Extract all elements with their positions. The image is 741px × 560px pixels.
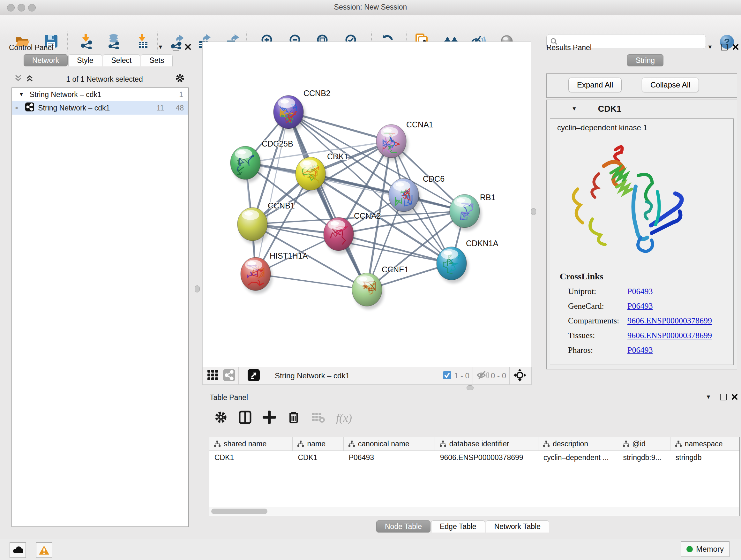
- network-tree: ▼ String Network – cdk1 1 ● String Netwo…: [11, 87, 189, 527]
- network-node-CCNE1[interactable]: CCNE1: [352, 265, 409, 309]
- column-header-@id[interactable]: @id: [618, 437, 670, 450]
- table-cell: CDK1: [209, 451, 293, 464]
- network-node-CDK1[interactable]: CDK1: [295, 152, 348, 193]
- network-row-selected[interactable]: ● String Network – cdk1 11 48: [12, 101, 188, 115]
- tab-select[interactable]: Select: [103, 54, 140, 66]
- crosslink-label: Uniprot:: [568, 287, 627, 296]
- crosslink-label: Pharos:: [568, 346, 627, 355]
- entry-header[interactable]: ▼ CDK1: [547, 100, 737, 118]
- table-panel: Table Panel ▼ f(x) shared namenamecanoni…: [206, 391, 741, 537]
- table-settings-gear-icon[interactable]: [214, 411, 227, 425]
- network-node-CCNB2[interactable]: CCNB2: [273, 89, 331, 132]
- node-label: CDC6: [423, 174, 445, 183]
- panel-menu-chevron-icon[interactable]: ▼: [706, 43, 714, 51]
- entry-body: cyclin–dependent kinase 1: [550, 118, 734, 365]
- close-panel-icon[interactable]: [731, 393, 739, 401]
- panel-menu-chevron-icon[interactable]: ▼: [704, 393, 713, 401]
- string-network-badge-icon[interactable]: [223, 369, 235, 382]
- float-panel-icon[interactable]: [719, 393, 727, 401]
- crosslink-row: Compartments:9606.ENSP00000378699: [568, 314, 728, 328]
- select-columns-icon[interactable]: [239, 411, 252, 425]
- table-cell: stringdb: [670, 451, 739, 464]
- tab-style[interactable]: Style: [68, 54, 102, 66]
- table-row[interactable]: CDK1CDK1P064939606.ENSP00000378699cyclin…: [209, 451, 739, 464]
- node-label: CCNE1: [382, 265, 409, 274]
- result-entry-box: ▼ CDK1 cyclin–dependent kinase 1: [546, 100, 737, 369]
- table-toolbar: f(x): [214, 411, 352, 425]
- table-cell: cyclin–dependent ...: [538, 451, 618, 464]
- bottom-splitter-handle[interactable]: [467, 385, 474, 390]
- table-header-row: shared namenamecanonical namedatabase id…: [209, 437, 739, 451]
- control-panel: Control Panel ▼ NetworkStyleSelectSets 1…: [3, 42, 191, 526]
- selected-checkbox-icon[interactable]: [443, 371, 452, 381]
- crosslink-label: Compartments:: [568, 316, 627, 326]
- crosslink-link[interactable]: P06493: [627, 287, 653, 296]
- horizontal-scrollbar[interactable]: [209, 507, 739, 516]
- network-canvas[interactable]: CCNB2CCNA1CDC25BCDK1CDC6RB1CCNB1CCNA2CDK…: [202, 42, 531, 367]
- options-gear-icon[interactable]: [175, 73, 185, 85]
- hidden-eye-icon[interactable]: [476, 370, 489, 382]
- results-panel: Results Panel ▼ String Expand All Collap…: [542, 42, 741, 391]
- delete-column-icon[interactable]: [287, 411, 300, 425]
- network-edge[interactable]: [256, 112, 288, 274]
- column-header-shared-name[interactable]: shared name: [209, 437, 293, 450]
- column-header-canonical-name[interactable]: canonical name: [344, 437, 435, 450]
- tab-sets[interactable]: Sets: [141, 54, 173, 66]
- collapse-all-icon[interactable]: [14, 74, 22, 84]
- close-panel-icon[interactable]: [184, 43, 192, 51]
- results-tab-string[interactable]: String: [627, 54, 664, 66]
- tab-node-table[interactable]: Node Table: [376, 520, 430, 533]
- scrollbar-thumb[interactable]: [211, 509, 267, 514]
- node-table[interactable]: shared namenamecanonical namedatabase id…: [209, 437, 740, 516]
- column-header-namespace[interactable]: namespace: [670, 437, 739, 450]
- expand-all-button[interactable]: Expand All: [568, 78, 622, 92]
- birdseye-grid-icon[interactable]: [207, 369, 219, 382]
- network-collection-row[interactable]: ▼ String Network – cdk1 1: [12, 88, 188, 101]
- open-in-browser-icon[interactable]: [248, 369, 260, 382]
- left-splitter-handle[interactable]: [195, 286, 200, 293]
- float-panel-icon[interactable]: [172, 43, 180, 51]
- memory-button[interactable]: Memory: [681, 541, 730, 557]
- network-node-CCNA1[interactable]: CCNA1: [376, 120, 433, 161]
- close-panel-icon[interactable]: [731, 43, 740, 51]
- network-label: String Network – cdk1: [38, 104, 110, 112]
- table-rows: CDK1CDK1P064939606.ENSP00000378699cyclin…: [209, 451, 739, 464]
- crosslink-link[interactable]: P06493: [627, 301, 653, 311]
- cloud-status-button[interactable]: [10, 542, 26, 558]
- tab-network-table[interactable]: Network Table: [486, 520, 549, 533]
- collapse-all-button[interactable]: Collapse All: [642, 78, 699, 92]
- column-header-database-identifier[interactable]: database identifier: [435, 437, 538, 450]
- network-node-HIST1H1A[interactable]: HIST1H1A: [241, 251, 308, 294]
- add-column-icon[interactable]: [263, 411, 276, 425]
- fit-selected-crosshair-icon[interactable]: [513, 368, 527, 383]
- float-panel-icon[interactable]: [720, 43, 728, 51]
- table-cell: stringdb:9...: [618, 451, 670, 464]
- footer-separator: [263, 367, 263, 384]
- crosslink-label: Tissues:: [568, 331, 627, 340]
- collection-count: 1: [179, 90, 183, 99]
- edge-count: 48: [176, 104, 184, 112]
- crosslink-link[interactable]: P06493: [627, 346, 653, 355]
- tab-network[interactable]: Network: [23, 54, 68, 66]
- network-node-RB1[interactable]: RB1: [450, 193, 495, 231]
- crosslink-row: Tissues:9606.ENSP00000378699: [568, 328, 728, 343]
- expand-all-icon[interactable]: [25, 74, 34, 84]
- node-label: CCNB1: [268, 201, 295, 210]
- entry-description: cyclin–dependent kinase 1: [557, 123, 733, 132]
- memory-label: Memory: [696, 545, 724, 554]
- collapse-entry-icon[interactable]: ▼: [571, 106, 577, 112]
- network-node-CDKN1A[interactable]: CDKN1A: [436, 239, 498, 283]
- node-label: HIST1H1A: [270, 251, 308, 260]
- column-header-description[interactable]: description: [538, 437, 618, 450]
- network-selected-status: 1 of 1 Network selected: [34, 75, 175, 84]
- crosslink-link[interactable]: 9606.ENSP00000378699: [627, 331, 712, 340]
- tab-edge-table[interactable]: Edge Table: [431, 520, 485, 533]
- status-bar: Memory: [0, 539, 741, 560]
- right-splitter-handle[interactable]: [531, 208, 536, 215]
- panel-menu-chevron-icon[interactable]: ▼: [156, 43, 165, 51]
- crosslink-link[interactable]: 9606.ENSP00000378699: [627, 316, 712, 326]
- warning-status-button[interactable]: [36, 542, 52, 558]
- column-header-name[interactable]: name: [293, 437, 343, 450]
- results-panel-title: Results Panel: [546, 44, 592, 52]
- tree-expand-icon[interactable]: ▼: [19, 91, 24, 98]
